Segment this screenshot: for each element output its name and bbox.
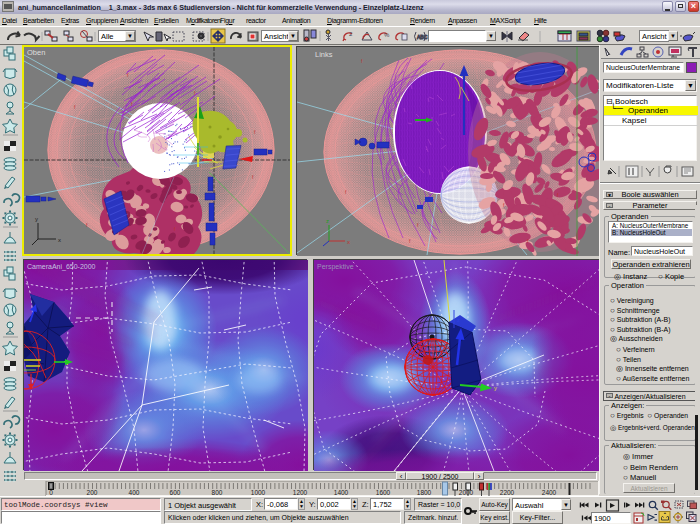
svg-text:%: % (384, 32, 390, 38)
svg-text:1600: 1600 (376, 489, 391, 496)
svg-text:1200: 1200 (293, 489, 308, 496)
svg-text:y: y (35, 216, 38, 222)
svg-text:x: x (58, 237, 61, 243)
svg-text:1800: 1800 (417, 489, 432, 496)
svg-text:Links: Links (315, 50, 333, 59)
svg-text:x: x (347, 239, 350, 245)
svg-text:z: z (326, 218, 329, 224)
svg-text:200: 200 (87, 489, 98, 496)
svg-text:y: y (494, 385, 497, 391)
svg-text:2: 2 (349, 31, 353, 37)
svg-text:ABC: ABC (417, 34, 428, 40)
svg-text:400: 400 (129, 489, 140, 496)
svg-text:1400: 1400 (334, 489, 349, 496)
svg-text:z: z (457, 317, 460, 323)
svg-text:2400: 2400 (542, 489, 557, 496)
svg-text:Oben: Oben (27, 48, 45, 57)
svg-text:1000: 1000 (251, 489, 266, 496)
svg-text:2200: 2200 (500, 489, 515, 496)
svg-text:CameraAni_650-2000: CameraAni_650-2000 (27, 263, 96, 271)
svg-text:Perspektive: Perspektive (317, 263, 354, 271)
svg-text:600: 600 (170, 489, 181, 496)
svg-text:800: 800 (212, 489, 223, 496)
